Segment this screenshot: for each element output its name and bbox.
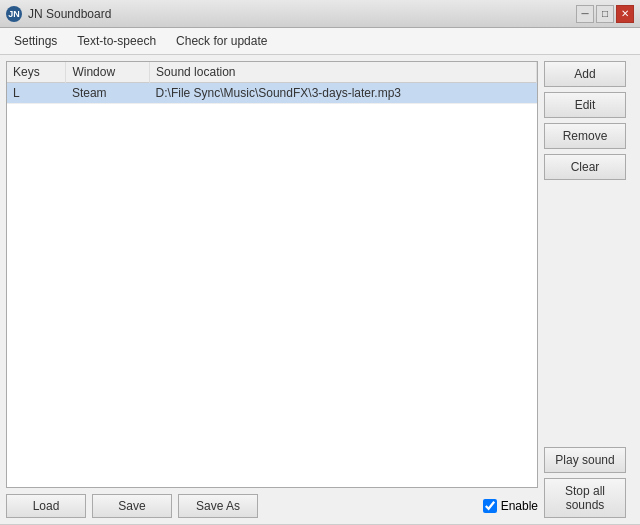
main-area: Keys Window Sound location L Steam D:\Fi… <box>0 55 640 524</box>
save-button[interactable]: Save <box>92 494 172 518</box>
row-sound: D:\File Sync\Music\SoundFX\3-days-later.… <box>150 83 537 104</box>
row-key: L <box>7 83 66 104</box>
enable-main-label: Enable <box>501 499 538 513</box>
maximize-button[interactable]: □ <box>596 5 614 23</box>
enable-main-row: Enable <box>483 494 538 518</box>
left-panel: Keys Window Sound location L Steam D:\Fi… <box>6 61 538 518</box>
menu-bar: Settings Text-to-speech Check for update <box>0 28 640 55</box>
stop-all-button[interactable]: Stop all sounds <box>544 478 626 518</box>
save-as-button[interactable]: Save As <box>178 494 258 518</box>
clear-button[interactable]: Clear <box>544 154 626 180</box>
sounds-table-container: Keys Window Sound location L Steam D:\Fi… <box>6 61 538 488</box>
menu-tts[interactable]: Text-to-speech <box>67 30 166 52</box>
menu-settings[interactable]: Settings <box>4 30 67 52</box>
sounds-table: Keys Window Sound location L Steam D:\Fi… <box>7 62 537 104</box>
col-window: Window <box>66 62 150 83</box>
app-icon: JN <box>6 6 22 22</box>
edit-button[interactable]: Edit <box>544 92 626 118</box>
col-sound: Sound location <box>150 62 537 83</box>
app-title: JN Soundboard <box>28 7 111 21</box>
bottom-buttons: Load Save Save As Enable <box>6 494 538 518</box>
load-button[interactable]: Load <box>6 494 86 518</box>
col-keys: Keys <box>7 62 66 83</box>
close-button[interactable]: ✕ <box>616 5 634 23</box>
play-sound-button[interactable]: Play sound <box>544 447 626 473</box>
right-panel: Add Edit Remove Clear Play sound Stop al… <box>544 61 634 518</box>
window-controls: ─ □ ✕ <box>576 5 634 23</box>
add-button[interactable]: Add <box>544 61 626 87</box>
menu-update[interactable]: Check for update <box>166 30 277 52</box>
title-bar: JN JN Soundboard ─ □ ✕ <box>0 0 640 28</box>
row-window: Steam <box>66 83 150 104</box>
enable-main-checkbox[interactable] <box>483 499 497 513</box>
minimize-button[interactable]: ─ <box>576 5 594 23</box>
remove-button[interactable]: Remove <box>544 123 626 149</box>
table-row[interactable]: L Steam D:\File Sync\Music\SoundFX\3-day… <box>7 83 537 104</box>
